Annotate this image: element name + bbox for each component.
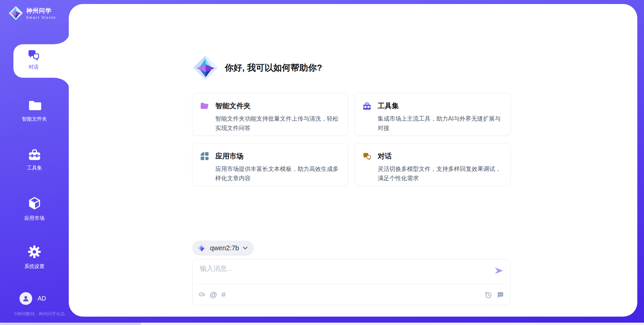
card-description: 灵活切换多模型文件，支持多样回复效果调试，满足个性化需求 — [378, 164, 503, 183]
paperclip-icon — [199, 291, 205, 299]
card-chat[interactable]: 对话 灵活切换多模型文件，支持多样回复效果调试，满足个性化需求 — [355, 143, 511, 186]
sidebar-item-smart-folder[interactable]: 智能文件夹 — [0, 99, 69, 122]
attach-file-button[interactable] — [199, 291, 205, 299]
user-profile[interactable]: AD — [19, 292, 46, 305]
brand-subtitle: Smart Vision — [26, 15, 56, 19]
send-arrow-icon — [494, 266, 504, 276]
history-icon — [484, 291, 492, 299]
model-selector[interactable]: qwen2:7b — [192, 241, 254, 256]
user-icon — [22, 295, 30, 302]
gear-icon — [27, 244, 42, 259]
sidebar-footer-credit: ©神州数码 · 神州问学出品 — [14, 311, 65, 317]
folder-icon — [28, 99, 42, 112]
user-name: AD — [38, 295, 46, 302]
model-name: qwen2:7b — [210, 244, 239, 252]
diamond-logo-icon — [197, 244, 206, 253]
message-input[interactable] — [200, 265, 475, 272]
grid-tiles-icon — [200, 151, 209, 161]
composer-divider — [195, 283, 507, 284]
brand-logo: 神州问学 Smart Vision — [8, 5, 56, 21]
card-title: 应用市场 — [215, 151, 244, 161]
scrollbar-thumb[interactable] — [0, 323, 141, 325]
feature-cards: 智能文件夹 智能文件夹功能支持批量文件上传与清洗，轻松实现文件问答 — [192, 93, 511, 186]
briefcase-icon — [362, 102, 372, 110]
composer: @ # — [192, 259, 511, 305]
brand-name: 神州问学 — [26, 7, 56, 15]
sidebar-item-label: 工具集 — [0, 165, 69, 171]
card-description: 智能文件夹功能支持批量文件上传与清洗，轻松实现文件问答 — [215, 114, 341, 133]
chat-bubbles-icon — [362, 152, 372, 160]
hash-icon: # — [221, 291, 225, 299]
at-icon: @ — [210, 291, 217, 299]
sidebar-item-chat[interactable]: 对话 — [13, 49, 54, 70]
card-title: 对话 — [378, 151, 392, 161]
open-folder-icon — [200, 102, 209, 110]
greeting-title: 你好, 我可以如何帮助你? — [225, 62, 322, 74]
sidebar-item-label: 智能文件夹 — [0, 116, 69, 122]
horizontal-scrollbar[interactable] — [0, 323, 644, 325]
sidebar-item-app-market[interactable]: 应用市场 — [0, 196, 69, 221]
chat-bubbles-icon — [27, 49, 40, 61]
diamond-logo-icon — [8, 5, 23, 21]
card-description: 集成市场上主流工具，助力AI与外界无缝扩展与对接 — [378, 114, 503, 133]
card-description: 应用市场提供丰富长文本模板，助力高效生成多样化文章内容 — [215, 164, 341, 183]
main-panel: 你好, 我可以如何帮助你? 智能文件夹 智能文件夹功能支持批量文件上传与清洗，轻… — [69, 4, 637, 317]
diamond-logo-icon — [192, 54, 219, 81]
chevron-down-icon — [243, 247, 248, 250]
card-app-market[interactable]: 应用市场 应用市场提供丰富长文本模板，助力高效生成多样化文章内容 — [192, 143, 348, 186]
card-title: 工具集 — [378, 101, 399, 111]
conversation-button[interactable] — [497, 291, 504, 299]
toolbox-icon — [28, 147, 42, 161]
card-smart-folder[interactable]: 智能文件夹 智能文件夹功能支持批量文件上传与清洗，轻松实现文件问答 — [192, 93, 348, 136]
topic-button[interactable]: # — [221, 291, 225, 299]
greeting-block: 你好, 我可以如何帮助你? — [192, 54, 322, 81]
sidebar-item-label: 应用市场 — [0, 215, 69, 221]
chat-square-icon — [497, 291, 504, 299]
send-button[interactable] — [493, 266, 504, 276]
card-toolset[interactable]: 工具集 集成市场上主流工具，助力AI与外界无缝扩展与对接 — [355, 93, 511, 136]
mention-button[interactable]: @ — [210, 291, 217, 299]
card-title: 智能文件夹 — [215, 101, 251, 111]
sidebar-item-toolset[interactable]: 工具集 — [0, 147, 69, 171]
cube-icon — [27, 196, 42, 211]
sidebar: 神州问学 Smart Vision 对话 智能文件夹 — [0, 0, 69, 325]
history-button[interactable] — [484, 291, 492, 299]
sidebar-item-label: 系统设置 — [0, 263, 69, 270]
sidebar-item-label: 对话 — [13, 64, 54, 70]
avatar — [19, 292, 32, 305]
sidebar-item-settings[interactable]: 系统设置 — [0, 244, 69, 270]
